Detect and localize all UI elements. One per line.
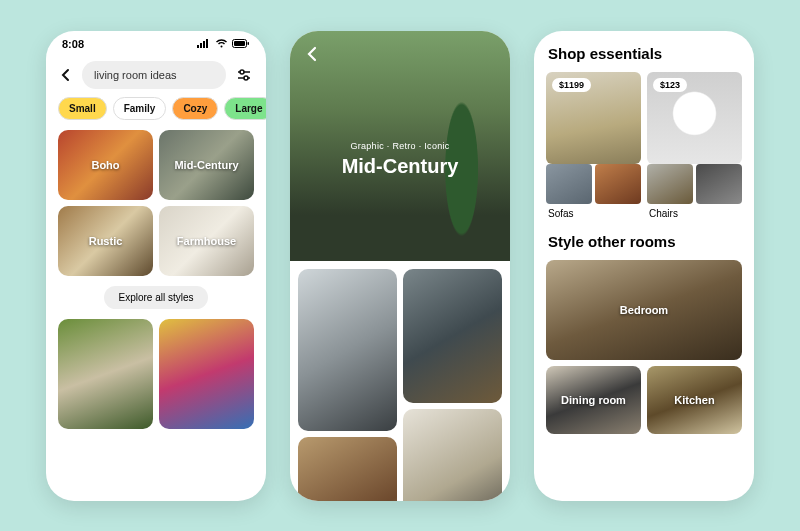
filter-chips: Small Family Cozy Large Layo	[46, 97, 266, 130]
status-bar: 8:08	[46, 31, 266, 57]
wifi-icon	[215, 39, 228, 48]
shop-category-chairs[interactable]: $123 Chairs	[647, 72, 742, 219]
style-card-boho[interactable]: Boho	[58, 130, 153, 200]
rooms-row: Dining room Kitchen	[534, 366, 754, 434]
back-icon[interactable]	[304, 45, 322, 63]
svg-rect-0	[197, 45, 199, 48]
shop-collage	[647, 164, 742, 204]
style-grid: Boho Mid-Century Rustic Farmhouse	[46, 130, 266, 276]
pin[interactable]	[403, 269, 502, 403]
feed-grid	[46, 319, 266, 429]
svg-point-8	[244, 76, 248, 80]
shop-label: Chairs	[647, 204, 742, 219]
chip[interactable]: Family	[113, 97, 167, 120]
search-row: living room ideas	[46, 57, 266, 97]
signal-icon	[197, 39, 211, 48]
room-card-kitchen[interactable]: Kitchen	[647, 366, 742, 434]
chip[interactable]: Large	[224, 97, 266, 120]
shop-hero-image: $1199	[546, 72, 641, 164]
room-card-dining[interactable]: Dining room	[546, 366, 641, 434]
shop-section-title: Shop essentials	[534, 31, 754, 72]
hero: Graphic · Retro · Iconic Mid-Century	[290, 31, 510, 261]
status-time: 8:08	[62, 38, 84, 50]
svg-rect-6	[248, 42, 250, 45]
search-text: living room ideas	[94, 69, 177, 81]
shop-hero-image: $123	[647, 72, 742, 164]
room-label: Bedroom	[620, 304, 668, 316]
pin[interactable]	[298, 269, 397, 431]
svg-rect-3	[206, 39, 208, 48]
room-label: Kitchen	[674, 394, 714, 406]
screen-shop: Shop essentials $1199 Sofas $123 Chairs	[534, 31, 754, 501]
price-tag: $1199	[552, 78, 591, 92]
style-card-midcentury[interactable]: Mid-Century	[159, 130, 254, 200]
price-tag: $123	[653, 78, 687, 92]
hero-title: Mid-Century	[290, 155, 510, 178]
chip[interactable]: Cozy	[172, 97, 218, 120]
style-card-farmhouse[interactable]: Farmhouse	[159, 206, 254, 276]
shop-grid: $1199 Sofas $123 Chairs	[534, 72, 754, 219]
room-card-bedroom[interactable]: Bedroom	[546, 260, 742, 360]
svg-rect-1	[200, 43, 202, 48]
style-card-rustic[interactable]: Rustic	[58, 206, 153, 276]
screen-style-detail: Graphic · Retro · Iconic Mid-Century	[290, 31, 510, 501]
feed-pin[interactable]	[58, 319, 153, 429]
svg-point-7	[240, 70, 244, 74]
style-label: Boho	[91, 159, 119, 171]
sliders-icon	[236, 67, 252, 83]
back-icon[interactable]	[58, 67, 74, 83]
status-icons	[197, 39, 250, 48]
shop-label: Sofas	[546, 204, 641, 219]
style-label: Rustic	[89, 235, 123, 247]
shop-category-sofas[interactable]: $1199 Sofas	[546, 72, 641, 219]
style-label: Mid-Century	[174, 159, 238, 171]
pin-masonry	[290, 261, 510, 501]
screen-search: 8:08 living room ideas Small Family Cozy…	[46, 31, 266, 501]
feed-pin[interactable]	[159, 319, 254, 429]
explore-all-styles-button[interactable]: Explore all styles	[104, 286, 207, 309]
style-label: Farmhouse	[177, 235, 236, 247]
hero-tags: Graphic · Retro · Iconic	[290, 141, 510, 151]
battery-icon	[232, 39, 250, 48]
room-label: Dining room	[561, 394, 626, 406]
chip[interactable]: Small	[58, 97, 107, 120]
svg-rect-5	[234, 41, 245, 46]
pin[interactable]	[298, 437, 397, 501]
search-input[interactable]: living room ideas	[82, 61, 226, 89]
rooms-section-title: Style other rooms	[534, 219, 754, 260]
svg-rect-2	[203, 41, 205, 48]
pin[interactable]	[403, 409, 502, 501]
filter-button[interactable]	[234, 65, 254, 85]
shop-collage	[546, 164, 641, 204]
